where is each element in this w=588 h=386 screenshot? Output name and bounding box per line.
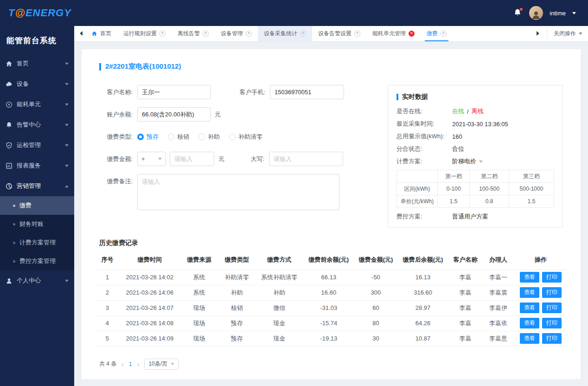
actions-cell: 查看打印 (515, 285, 567, 300)
notification-bell-icon[interactable] (513, 8, 523, 18)
tab-home[interactable]: 首页 (85, 26, 117, 41)
capital-input[interactable] (269, 152, 343, 166)
page-size-select[interactable]: 10条/页 (144, 359, 179, 370)
radio-subsidy[interactable]: 补助 (198, 133, 220, 141)
avatar[interactable] (529, 6, 543, 20)
amount-sign-select[interactable]: + (137, 152, 166, 166)
user-menu-caret-icon[interactable] (572, 12, 576, 14)
tier-cell: 0.8 (470, 195, 509, 208)
tab-label: 缴费 (427, 30, 438, 38)
tabs-scroll-right-icon[interactable] (534, 30, 542, 37)
radio-label: 预存 (147, 133, 159, 141)
sidebar-subitem-finance-reconciliation[interactable]: 财务对账 (0, 215, 74, 233)
logo-at: @ (15, 7, 25, 19)
pagination-total: 共 4 条 (99, 360, 116, 368)
view-button[interactable]: 查看 (520, 318, 539, 328)
tab-label: 设备告警设置 (318, 30, 352, 38)
sidebar-item-inspection[interactable]: 运检管理 (0, 135, 74, 155)
tab-offline-alerts[interactable]: 离线告警 (172, 26, 215, 41)
close-icon[interactable] (441, 31, 447, 37)
sidebar-item-reports[interactable]: 报表服务 (0, 155, 74, 176)
tab-energy-unit-management[interactable]: 能耗单元管理 (366, 26, 421, 41)
history-table: 序号 缴费时间 缴费来源 缴费类型 缴费方式 缴费前余额(元) 缴费金额(元) … (96, 250, 567, 347)
remark-textarea[interactable] (137, 174, 339, 210)
cell: 300 (355, 285, 397, 300)
close-icon[interactable] (300, 31, 306, 37)
cell: -15.74 (303, 315, 355, 331)
close-icon[interactable] (354, 31, 360, 37)
sidebar-item-label: 告警中心 (17, 121, 41, 129)
balance-input[interactable] (137, 107, 211, 122)
sidebar-item-marketing[interactable]: 营销管理 (0, 176, 74, 196)
tab-device-alert-settings[interactable]: 设备告警设置 (312, 26, 366, 41)
sidebar-subitem-billing-plan[interactable]: 计费方案管理 (0, 233, 74, 252)
customer-name-input[interactable] (137, 85, 211, 99)
bullet-dot-icon (13, 260, 15, 263)
sidebar-subitem-fee-control-plan[interactable]: 费控方案管理 (0, 252, 74, 270)
tier-cell: 1.5 (438, 195, 470, 208)
prev-page-icon[interactable] (121, 361, 124, 367)
tab-device-management[interactable]: 设备管理 (215, 26, 258, 41)
tier-header: 第一档 (438, 170, 470, 183)
print-button[interactable]: 打印 (542, 318, 562, 328)
cell: 64.26 (397, 315, 449, 331)
amount-input[interactable] (170, 152, 214, 166)
table-row: 5 2021-03-26 14:09 现场 预存 现金 -19.13 30 10… (96, 331, 567, 346)
tier-cell: 100-500 (470, 183, 509, 195)
sidebar-item-energy-units[interactable]: 能耗单元 (0, 94, 74, 115)
topbar-right: intime (513, 6, 576, 20)
print-button[interactable]: 打印 (542, 287, 562, 298)
page-number[interactable]: 1 (129, 361, 132, 367)
tab-payment[interactable]: 缴费 (421, 26, 453, 41)
print-button[interactable]: 打印 (542, 333, 562, 344)
view-button[interactable]: 查看 (520, 333, 539, 344)
view-button[interactable]: 查看 (520, 272, 539, 283)
view-button[interactable]: 查看 (520, 287, 539, 298)
tabs-scroll-left-icon[interactable] (77, 30, 85, 37)
tier-row-label: 区间(kWh) (397, 183, 438, 195)
cell: 预存 (218, 331, 256, 346)
close-icon[interactable] (203, 31, 209, 37)
history-header-row: 序号 缴费时间 缴费来源 缴费类型 缴费方式 缴费前余额(元) 缴费金额(元) … (96, 250, 567, 270)
chevron-down-icon (65, 83, 69, 85)
sidebar-item-label: 报表服务 (17, 161, 41, 170)
col-header: 缴费金额(元) (355, 250, 397, 270)
close-icon-red[interactable] (409, 31, 415, 37)
radio-subsidy-clear[interactable]: 补助清零 (229, 133, 262, 141)
close-icon[interactable] (160, 31, 166, 37)
user-icon (6, 277, 13, 284)
cell: 2021-03-26 14:07 (119, 300, 180, 315)
sidebar-subitem-payment[interactable]: 缴费 (0, 196, 74, 215)
chevron-down-icon (65, 124, 69, 126)
online-on: 在线 (452, 107, 464, 116)
cell: 16.13 (397, 270, 449, 285)
cell: 现场 (180, 315, 218, 331)
tab-device-collection-stats[interactable]: 设备采集统计 (258, 26, 312, 41)
radio-writeoff[interactable]: 核销 (168, 133, 189, 141)
customer-phone-input[interactable] (270, 85, 344, 99)
fee-plan-label: 费控方案: (396, 212, 452, 221)
sidebar-item-devices[interactable]: 设备 (0, 74, 74, 94)
page-title: 2#2201室电表(1001012) (96, 62, 567, 71)
next-page-icon[interactable] (137, 361, 140, 367)
sidebar-item-personal-center[interactable]: 个人中心 (0, 270, 74, 291)
submenu-label: 财务对账 (19, 220, 44, 228)
username[interactable]: intime (550, 10, 566, 17)
billing-plan-dropdown[interactable]: 阶梯电价 (452, 157, 483, 166)
online-value: 在线/离线 (452, 107, 484, 116)
tier-header-row: 第一档 第二档 第三档 (397, 170, 554, 183)
cell: 2021-03-26 14:09 (119, 331, 180, 346)
tab-label: 能耗单元管理 (372, 30, 406, 38)
cell: -31.03 (303, 300, 355, 315)
close-operations-dropdown[interactable]: 关闭操作 (547, 29, 582, 39)
close-icon[interactable] (246, 31, 252, 37)
sidebar-item-alert-center[interactable]: 告警中心 (0, 115, 74, 135)
payment-form: 客户名称: 客户手机: 账户余额: 元 缴费类型: (96, 85, 353, 218)
radio-prepay[interactable]: 预存 (137, 133, 159, 141)
sidebar-item-home[interactable]: 首页 (0, 53, 74, 74)
table-row: 1 2021-03-26 14:02 系统 补助清零 系统补助清零 66.13 … (96, 270, 567, 285)
view-button[interactable]: 查看 (520, 302, 539, 313)
print-button[interactable]: 打印 (542, 272, 562, 283)
tab-run-rule-settings[interactable]: 运行规则设置 (117, 26, 172, 41)
print-button[interactable]: 打印 (542, 302, 562, 313)
